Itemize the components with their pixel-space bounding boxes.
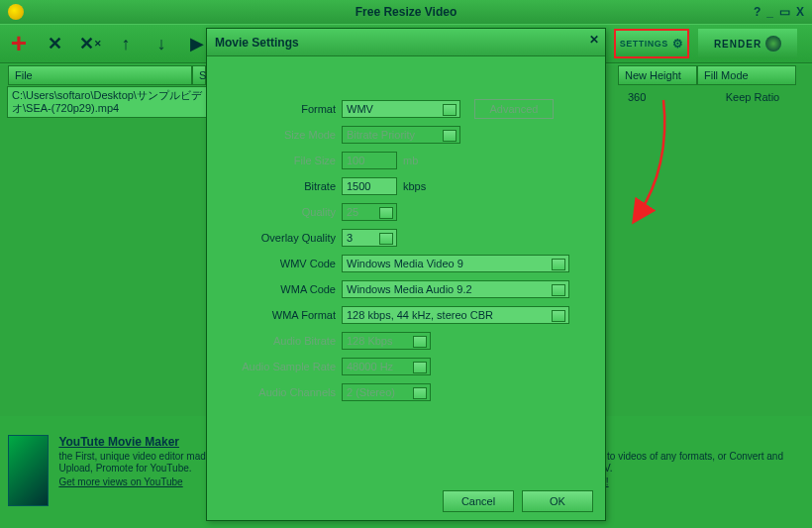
move-up-icon[interactable]: ↑ [115, 33, 137, 54]
remove-all-icon[interactable]: ✕✕ [79, 33, 101, 54]
filesize-unit: mb [403, 155, 418, 166]
render-label: RENDER [714, 39, 761, 50]
fill-mode-cell[interactable]: Keep Ratio [701, 87, 804, 394]
col-s[interactable]: S [192, 65, 206, 85]
bitrate-unit: kbps [403, 180, 426, 192]
col-file[interactable]: File [8, 65, 192, 85]
settings-label: SETTINGS [620, 39, 668, 49]
wmaformat-label: WMA Format [217, 309, 336, 321]
format-label: Format [217, 103, 336, 115]
file-cell[interactable]: C:\Users\softaro\Desktop\サンプルビデオ\SEA-(72… [8, 87, 206, 117]
dialog-close-icon[interactable]: ✕ [589, 33, 599, 47]
gear-icon: ⚙ [672, 37, 684, 51]
render-button[interactable]: RENDER [698, 29, 797, 58]
filesize-label: File Size [217, 155, 336, 166]
movie-settings-dialog: Movie Settings ✕ Format WMV Advanced Siz… [206, 28, 606, 521]
bitrate-label: Bitrate [217, 180, 336, 192]
app-logo-icon [8, 4, 24, 20]
add-file-icon[interactable]: + [8, 33, 30, 54]
titlebar: Free Resize Video ? _ ▭ X [0, 0, 812, 24]
dialog-title: Movie Settings [215, 36, 299, 50]
play-icon[interactable]: ▶ [186, 33, 208, 54]
quality-label: Quality [217, 206, 336, 218]
audiobitrate-label: Audio Bitrate [217, 335, 336, 347]
new-height-cell[interactable]: 360 [622, 87, 701, 394]
audiosr-label: Audio Sample Rate [217, 361, 336, 372]
advanced-button: Advanced [474, 99, 554, 119]
minimize-icon[interactable]: _ [766, 5, 773, 19]
overlayq-select[interactable]: 3 [342, 229, 397, 247]
settings-button[interactable]: SETTINGS ⚙ [614, 29, 689, 58]
close-icon[interactable]: X [796, 5, 804, 19]
audioch-select: 2 (Stereo) [342, 383, 431, 401]
bitrate-input[interactable]: 1500 [342, 177, 397, 195]
wmacode-select[interactable]: Windows Media Audio 9.2 [342, 280, 569, 298]
help-icon[interactable]: ? [754, 5, 761, 19]
col-fill-mode[interactable]: Fill Mode [697, 65, 796, 85]
wmvcode-label: WMV Code [217, 258, 336, 269]
dialog-titlebar[interactable]: Movie Settings ✕ [207, 29, 605, 56]
film-reel-icon [765, 36, 781, 52]
maximize-icon[interactable]: ▭ [779, 5, 790, 19]
cancel-button[interactable]: Cancel [443, 490, 514, 512]
col-new-height[interactable]: New Height [618, 65, 697, 85]
wmvcode-select[interactable]: Windows Media Video 9 [342, 255, 569, 272]
ok-button[interactable]: OK [522, 490, 593, 512]
audioch-label: Audio Channels [217, 386, 336, 398]
audiosr-select: 48000 Hz [342, 358, 431, 375]
quality-select: 25 [342, 203, 397, 221]
app-title: Free Resize Video [355, 5, 457, 19]
filesize-input: 100 [342, 152, 397, 169]
move-down-icon[interactable]: ↓ [151, 33, 172, 54]
promo-left-boxart [8, 435, 49, 506]
overlayq-label: Overlay Quality [217, 232, 336, 244]
remove-icon[interactable]: ✕ [44, 33, 65, 54]
wmacode-label: WMA Code [217, 283, 336, 295]
sizemode-select: Bitrate Priority [342, 126, 460, 144]
sizemode-label: Size Mode [217, 129, 336, 141]
audiobitrate-select: 128 Kbps [342, 332, 431, 350]
format-select[interactable]: WMV [342, 100, 460, 118]
wmaformat-select[interactable]: 128 kbps, 44 kHz, stereo CBR [342, 306, 569, 324]
